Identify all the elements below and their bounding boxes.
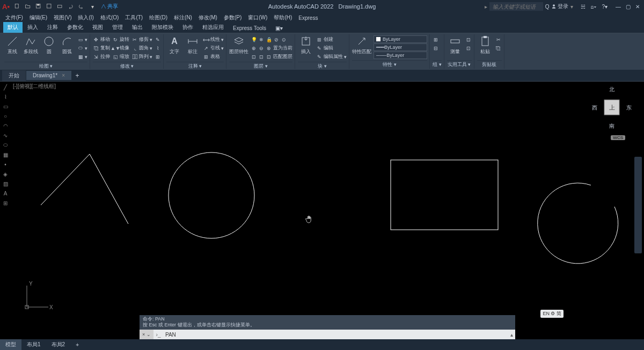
- layout-2[interactable]: 布局2: [46, 339, 71, 350]
- leader-button[interactable]: ↗引线▾: [203, 44, 224, 52]
- panel-modify-title[interactable]: 修改 ▾: [93, 62, 161, 70]
- menu-dim[interactable]: 标注(N): [172, 13, 194, 22]
- util-icon-1[interactable]: ⊡: [465, 35, 472, 43]
- cut-icon[interactable]: ✂: [495, 35, 502, 43]
- linetype-combo[interactable]: ─── ByLayer: [374, 52, 427, 59]
- menu-window[interactable]: 窗口(W): [246, 13, 269, 22]
- polyline-button[interactable]: 多段线: [23, 35, 39, 55]
- fillet-button[interactable]: ◟圆角▾: [131, 44, 152, 52]
- tab-output[interactable]: 输出: [128, 22, 147, 33]
- rect-icon[interactable]: ▭▾: [77, 35, 87, 43]
- panel-util-title[interactable]: 实用工具 ▾: [447, 60, 472, 69]
- menu-view[interactable]: 视图(V): [52, 13, 74, 22]
- stretch-button[interactable]: ⇲拉伸: [93, 53, 110, 61]
- menu-help[interactable]: 帮助(H): [272, 13, 294, 22]
- match-props-button[interactable]: 特性匹配: [352, 35, 371, 55]
- search-glass-icon[interactable]: Q: [545, 4, 550, 10]
- layer-props-button[interactable]: 图层特性: [229, 35, 248, 55]
- close-icon[interactable]: ×: [62, 72, 65, 78]
- menu-format[interactable]: 格式(O): [98, 13, 121, 22]
- tab-featured[interactable]: 精选应用: [198, 22, 228, 33]
- tab-addins[interactable]: 附加模块: [148, 22, 178, 33]
- move-button[interactable]: ✥移动: [93, 35, 110, 43]
- layout-model[interactable]: 模型: [0, 339, 21, 350]
- ime-badge[interactable]: EN ⚙ 简: [540, 310, 564, 318]
- insert-button[interactable]: 插入: [298, 35, 314, 55]
- circle-button[interactable]: 圆: [41, 35, 57, 55]
- tab-drawing1[interactable]: Drawing1*×: [26, 71, 71, 80]
- dim-button[interactable]: 标注: [185, 35, 201, 55]
- qat-plot-icon[interactable]: [56, 2, 64, 11]
- tab-insert[interactable]: 插入: [23, 22, 42, 33]
- panel-clip-title[interactable]: 剪贴板: [477, 60, 502, 69]
- tab-express[interactable]: Express Tools: [229, 24, 270, 33]
- trim-button[interactable]: ✂修剪▾: [131, 35, 152, 43]
- qat-saveas-icon[interactable]: [45, 2, 54, 11]
- tab-annotate[interactable]: 注释: [43, 22, 62, 33]
- layer-icons-row[interactable]: 💡❄🔒⊘⊙: [251, 35, 292, 43]
- command-input[interactable]: PAN: [163, 332, 508, 338]
- edit-attr-button[interactable]: ✎编辑属性▾: [316, 53, 347, 61]
- cart-icon[interactable]: ☵: [581, 4, 586, 10]
- measure-button[interactable]: 测量: [447, 35, 463, 55]
- scale-button[interactable]: ◱缩放: [112, 53, 129, 61]
- modify-icon-1[interactable]: ✎: [155, 35, 161, 43]
- chevron-down-icon[interactable]: ▾: [88, 2, 97, 11]
- qat-new-icon[interactable]: [13, 2, 21, 11]
- new-tab-button[interactable]: +: [72, 72, 83, 79]
- mirror-button[interactable]: ▲▼镜像: [112, 44, 129, 52]
- tab-parametric[interactable]: 参数化: [63, 22, 87, 33]
- rotate-button[interactable]: ↻旋转: [112, 35, 129, 43]
- copy-button[interactable]: ⿻复制: [93, 44, 110, 52]
- table-button[interactable]: ⊞表格: [203, 53, 224, 61]
- nav-bar[interactable]: [634, 157, 642, 253]
- copy-clip-icon[interactable]: ⿻: [495, 44, 502, 52]
- help-icon[interactable]: ?▾: [602, 4, 608, 10]
- arc-button[interactable]: 圆弧: [59, 35, 75, 55]
- tab-manage[interactable]: 管理: [108, 22, 127, 33]
- line-button[interactable]: 直线: [4, 35, 20, 55]
- menu-file[interactable]: 文件(F): [3, 13, 25, 22]
- group-icon-1[interactable]: ⊞: [433, 35, 439, 43]
- tab-view[interactable]: 视图: [88, 22, 107, 33]
- qat-save-icon[interactable]: [34, 2, 43, 11]
- panel-draw-title[interactable]: 绘图 ▾: [4, 62, 87, 70]
- ellipse-icon[interactable]: ⬭▾: [77, 44, 87, 52]
- menu-express[interactable]: Express: [296, 14, 320, 21]
- qat-open-icon[interactable]: [24, 2, 32, 11]
- panel-props-title[interactable]: 特性 ▾: [352, 60, 427, 69]
- modify-icon-3[interactable]: ⊞: [155, 53, 161, 61]
- tab-collab[interactable]: 协作: [178, 22, 197, 33]
- maximize-button[interactable]: ▢: [624, 3, 632, 10]
- cmd-close-icon[interactable]: × ⌄: [140, 330, 153, 339]
- array-button[interactable]: ⿲阵列▾: [131, 53, 152, 61]
- a360-icon[interactable]: ⩍▾: [591, 4, 596, 10]
- edit-block-button[interactable]: ✎编辑: [316, 44, 347, 52]
- menu-param[interactable]: 参数(P): [222, 13, 244, 22]
- tab-overflow[interactable]: ▣▾: [271, 24, 287, 33]
- lineweight-combo[interactable]: ━━━ ByLayer: [374, 43, 427, 51]
- menu-edit[interactable]: 编辑(E): [27, 13, 49, 22]
- panel-annot-title[interactable]: 注释 ▾: [166, 62, 224, 70]
- util-icon-2[interactable]: ⊡: [465, 44, 472, 52]
- create-block-button[interactable]: ⊞创建: [316, 35, 347, 43]
- qat-redo-icon[interactable]: [77, 2, 86, 11]
- tab-default[interactable]: 默认: [3, 22, 23, 33]
- panel-group-title[interactable]: 组 ▾: [433, 60, 442, 69]
- menu-tools[interactable]: 工具(T): [123, 13, 145, 22]
- menu-modify[interactable]: 修改(M): [196, 13, 219, 22]
- group-icon-2[interactable]: ⊟: [433, 44, 439, 52]
- modify-icon-2[interactable]: ⌇: [155, 44, 161, 52]
- layer-icons-row2[interactable]: ⊕⊖⊗置为当前: [251, 44, 292, 52]
- tab-start[interactable]: 开始: [2, 70, 26, 81]
- color-combo[interactable]: ByLayer: [374, 35, 427, 43]
- layer-match-button[interactable]: ⊡⊡⊡匹配图层: [251, 53, 292, 61]
- layout-add[interactable]: +: [70, 340, 84, 349]
- user-icon[interactable]: 登录: [551, 3, 568, 10]
- menu-draw[interactable]: 绘图(D): [147, 13, 170, 22]
- panel-layers-title[interactable]: 图层 ▾: [229, 62, 292, 70]
- layout-1[interactable]: 布局1: [21, 339, 46, 350]
- share-button[interactable]: 共享: [101, 3, 118, 10]
- menu-insert[interactable]: 插入(I): [76, 13, 96, 22]
- close-button[interactable]: ✕: [633, 3, 642, 10]
